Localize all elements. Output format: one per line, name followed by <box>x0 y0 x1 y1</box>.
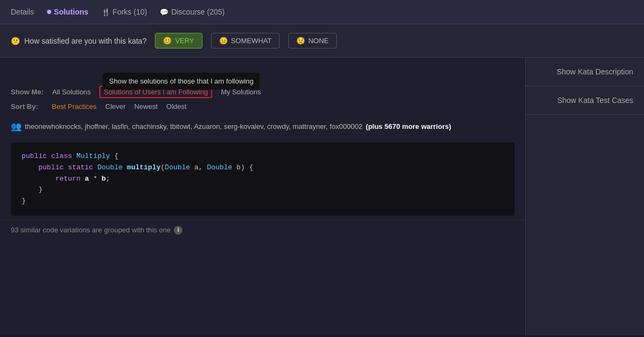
info-icon: i <box>174 226 182 235</box>
warriors-line: 👥 theonewhoknocks, jhoffner, lasfin, cha… <box>0 115 525 138</box>
code-line-2: public static Double multiply(Double a, … <box>22 162 504 174</box>
tab-discourse[interactable]: 💬 Discourse (205) <box>160 5 225 18</box>
very-button[interactable]: 😊 VERY <box>155 33 202 49</box>
code-line-5: } <box>22 196 504 207</box>
left-panel: Show the solutions of those that I am fo… <box>0 58 525 335</box>
fork-icon: 🍴 <box>101 8 110 16</box>
sort-oldest-option[interactable]: Oldest <box>166 102 187 111</box>
filter-bar: Show the solutions of those that I am fo… <box>0 58 525 111</box>
tab-forks[interactable]: 🍴 Forks (10) <box>101 5 147 18</box>
sort-by-row: Sort By: Best Practices Clever Newest Ol… <box>11 102 514 111</box>
show-kata-description-button[interactable]: Show Kata Description <box>526 58 644 86</box>
solutions-label: Solutions <box>54 8 89 16</box>
details-label: Details <box>11 8 34 16</box>
chat-icon: 💬 <box>160 8 168 16</box>
discourse-label: Discourse (205) <box>171 8 225 16</box>
satisfaction-bar: 😕 How satisfied are you with this kata? … <box>0 24 644 58</box>
sort-best-option[interactable]: Best Practices <box>52 102 97 111</box>
none-button[interactable]: 😟 NONE <box>288 33 337 49</box>
tab-solutions[interactable]: Solutions <box>47 5 89 18</box>
somewhat-emoji: 😐 <box>219 37 228 45</box>
code-block: public class Multiply { public static Do… <box>11 142 514 216</box>
show-me-label: Show Me: <box>11 88 44 96</box>
code-line-1: public class Multiply { <box>22 151 504 162</box>
footer-note: 93 similar code variations are grouped w… <box>0 220 525 240</box>
main-area: Show the solutions of those that I am fo… <box>0 58 644 335</box>
top-navigation: Details Solutions 🍴 Forks (10) 💬 Discour… <box>0 0 644 24</box>
very-emoji: 😊 <box>163 37 172 45</box>
forks-label: Forks (10) <box>113 8 147 16</box>
solutions-dot-icon <box>47 10 51 14</box>
none-emoji: 😟 <box>296 37 305 45</box>
satisfaction-question: 😕 How satisfied are you with this kata? <box>11 37 146 45</box>
code-line-3: return a * b; <box>22 174 504 185</box>
show-me-row: Show Me: All Solutions Solutions of User… <box>11 86 514 98</box>
tab-details[interactable]: Details <box>11 5 34 18</box>
satisfaction-icon: 😕 <box>11 37 20 45</box>
code-line-4: } <box>22 184 504 196</box>
my-solutions-option[interactable]: My Solutions <box>221 88 261 96</box>
sort-newest-option[interactable]: Newest <box>134 102 158 111</box>
following-solutions-option[interactable]: Solutions of Users I am Following <box>99 86 212 98</box>
all-solutions-option[interactable]: All Solutions <box>52 88 91 96</box>
somewhat-button[interactable]: 😐 SOMEWHAT <box>211 33 280 49</box>
show-kata-test-cases-button[interactable]: Show Kata Test Cases <box>526 86 644 115</box>
sort-clever-option[interactable]: Clever <box>105 102 126 111</box>
right-sidebar: Show Kata Description Show Kata Test Cas… <box>525 58 644 335</box>
warriors-icon: 👥 <box>11 121 22 132</box>
sort-by-label: Sort By: <box>11 102 43 111</box>
